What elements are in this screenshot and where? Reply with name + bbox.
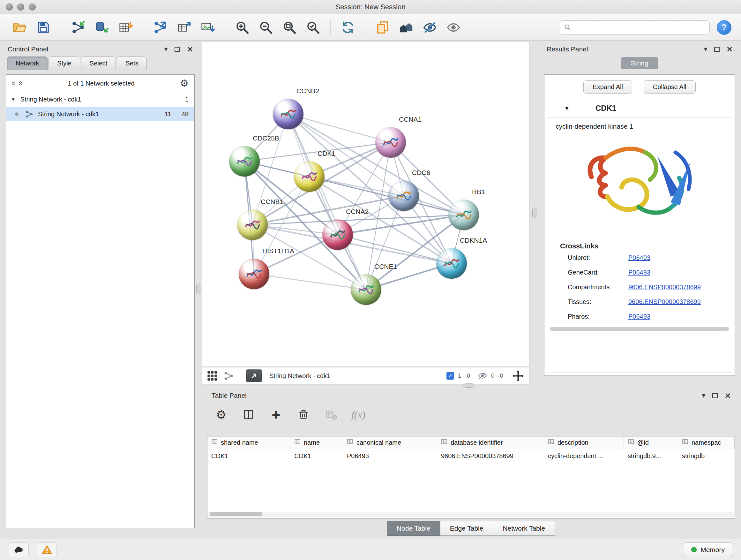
crosslink-label: Compartments: <box>568 284 628 291</box>
tab-network-table[interactable]: Network Table <box>493 521 555 536</box>
network-node-ccne1[interactable] <box>351 274 381 305</box>
search-input[interactable] <box>574 23 705 31</box>
column-header-name[interactable]: name <box>290 436 343 449</box>
network-node-hist1h1a[interactable] <box>239 259 269 289</box>
network-row[interactable]: String Network - cdk1 11 48 <box>6 107 194 121</box>
cloud-button[interactable] <box>9 543 29 557</box>
panel-menu-icon[interactable]: ▾ <box>164 46 167 53</box>
tab-select[interactable]: Select <box>81 57 116 70</box>
zoom-fit-icon[interactable] <box>279 18 300 37</box>
import-network-from-file-icon[interactable] <box>68 18 88 37</box>
refresh-view-icon[interactable] <box>338 18 358 37</box>
crosslink-label: Pharos: <box>568 313 628 320</box>
network-node-ccna1[interactable] <box>375 127 406 158</box>
network-node-ccnb2[interactable] <box>273 99 304 129</box>
panel-float-icon[interactable] <box>714 47 720 52</box>
tab-string[interactable]: String <box>621 57 659 69</box>
network-node-cdk1[interactable] <box>294 161 325 192</box>
search-box[interactable] <box>560 20 710 35</box>
network-edge-hist1h1a-ccne1[interactable] <box>254 274 366 290</box>
gene-section-header[interactable]: ▼ CDK1 <box>547 99 732 118</box>
network-collection-row[interactable]: ▾ String Network - cdk1 1 <box>6 92 194 107</box>
network-node-cdc25b[interactable] <box>229 146 260 177</box>
grid-view-icon[interactable] <box>207 371 218 381</box>
first-neighbors-icon[interactable] <box>396 18 416 37</box>
collection-expander-icon[interactable]: ▾ <box>12 96 15 103</box>
panel-float-icon[interactable] <box>175 47 180 52</box>
create-column-icon[interactable]: + <box>269 408 283 422</box>
pan-crosshair-icon[interactable] <box>512 370 524 382</box>
zoom-selected-icon[interactable] <box>303 18 323 37</box>
column-header--id[interactable]: @id <box>624 436 678 449</box>
crosslink-link[interactable]: 9606.ENSP00000378699 <box>628 284 701 291</box>
expand-all-button[interactable]: Expand All <box>583 80 632 94</box>
network-node-cdkn1a[interactable] <box>436 248 467 279</box>
right-splitter-handle[interactable] <box>532 207 536 219</box>
function-builder-icon[interactable]: f(x) <box>351 408 365 422</box>
zoom-in-icon[interactable] <box>232 18 253 37</box>
column-header-description[interactable]: description <box>544 436 624 449</box>
help-button[interactable]: ? <box>717 20 731 35</box>
table-row[interactable]: CDK1CDK1P064939606.ENSP00000378699cyclin… <box>207 449 735 462</box>
collapse-all-button[interactable]: Collapse All <box>644 80 696 94</box>
crosslink-link[interactable]: 9606.ENSP00000378699 <box>628 298 701 306</box>
tab-network[interactable]: Network <box>7 57 48 70</box>
column-header-canonical-name[interactable]: canonical name <box>343 436 437 449</box>
tab-edge-table[interactable]: Edge Table <box>440 521 493 536</box>
warnings-button[interactable] <box>37 543 57 557</box>
panel-float-icon[interactable] <box>712 393 718 398</box>
tab-node-table[interactable]: Node Table <box>387 521 441 536</box>
open-network-in-view-button[interactable] <box>246 369 262 382</box>
crosslink-link[interactable]: P06493 <box>628 254 650 261</box>
network-canvas[interactable]: CCNB2CCNA1CDC25BCDK1CDC6RB1CCNB1CCNA2CDK… <box>202 42 529 367</box>
network-node-rb1[interactable] <box>448 199 479 230</box>
column-header-namespac[interactable]: namespac <box>678 436 735 449</box>
network-node-ccnb1[interactable] <box>237 209 268 240</box>
show-all-icon[interactable] <box>443 18 464 37</box>
selected-checkbox-icon[interactable]: ✓ <box>447 372 454 380</box>
export-table-icon[interactable] <box>174 18 194 37</box>
column-header-shared-name[interactable]: shared name <box>207 436 290 449</box>
table-horizontal-scrollbar-track[interactable] <box>208 512 734 517</box>
panel-close-icon[interactable]: × <box>187 44 193 54</box>
bottom-splitter-handle[interactable] <box>463 383 474 388</box>
network-options-gear-icon[interactable]: ⚙ <box>180 78 189 88</box>
export-network-icon[interactable] <box>150 18 171 37</box>
table-horizontal-scrollbar-thumb[interactable] <box>210 512 262 516</box>
network-edge-ccnb2-ccnb1[interactable] <box>253 114 288 225</box>
table-cell: P06493 <box>343 449 437 462</box>
crosslink-link[interactable]: P06493 <box>628 313 650 320</box>
main-toolbar: ? <box>0 14 741 41</box>
left-splitter-handle[interactable] <box>196 284 200 294</box>
section-collapse-icon[interactable]: ▼ <box>564 105 570 112</box>
hide-selected-icon[interactable] <box>420 18 440 37</box>
panel-menu-icon[interactable]: ▾ <box>702 392 705 399</box>
delete-table-icon[interactable] <box>324 408 338 422</box>
panel-close-icon[interactable]: × <box>725 391 731 400</box>
panel-close-icon[interactable]: × <box>727 44 732 54</box>
zoom-out-icon[interactable] <box>256 18 276 37</box>
memory-button[interactable]: Memory <box>684 543 732 557</box>
tab-sets[interactable]: Sets <box>117 57 147 70</box>
network-edge-ccnb2-ccne1[interactable] <box>288 114 366 290</box>
network-overview-icon[interactable] <box>223 371 234 381</box>
network-node-ccna2[interactable] <box>322 219 353 250</box>
results-scrollbar[interactable] <box>550 327 729 331</box>
expand-all-networks-icon[interactable]: » <box>16 81 24 85</box>
crosslink-link[interactable]: P06493 <box>628 269 650 276</box>
show-columns-icon[interactable] <box>242 408 256 422</box>
column-header-database-identifier[interactable]: database identifier <box>437 436 544 449</box>
tab-style[interactable]: Style <box>49 57 80 70</box>
panel-menu-icon[interactable]: ▾ <box>704 46 707 53</box>
clone-network-icon[interactable] <box>373 18 393 37</box>
delete-column-icon[interactable] <box>296 408 311 422</box>
open-session-icon[interactable] <box>10 18 30 37</box>
save-session-icon[interactable] <box>33 18 54 37</box>
import-network-from-database-icon[interactable] <box>91 18 112 37</box>
network-node-cdc6[interactable] <box>388 180 419 211</box>
table-options-gear-icon[interactable]: ⚙ <box>214 408 228 422</box>
import-table-icon[interactable] <box>115 18 136 37</box>
node-label-cdc6: CDC6 <box>412 169 430 177</box>
hidden-eye-icon[interactable] <box>478 371 487 381</box>
export-image-icon[interactable] <box>197 18 218 37</box>
